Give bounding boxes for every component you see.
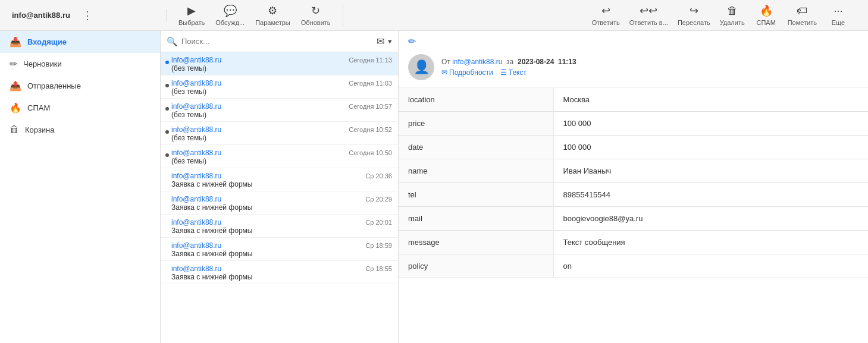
message-data-table: location Москва price 100 000 date 100 0… (399, 88, 868, 278)
table-row: message Текст сообщения (399, 231, 868, 254)
email-sender: info@antik88.ru (171, 195, 221, 203)
search-icon: 🔍 (167, 36, 178, 47)
more-icon: ··· (833, 5, 842, 17)
sidebar-item-inbox[interactable]: 📥 Входящие (0, 31, 160, 53)
toolbar-center: ▶ Выбрать 💬 Обсужд... ⚙ Параметры ↻ Обно… (167, 4, 343, 26)
email-time: Ср 20:29 (365, 196, 392, 203)
detail-header: 👤 От info@antik88.ru за 2023-08-24 11:13… (399, 47, 868, 88)
reply-all-button[interactable]: ↩↩ Ответить в... (629, 4, 668, 26)
sidebar-item-drafts[interactable]: ✏ Черновики (0, 53, 160, 75)
select-icon: ▶ (187, 4, 196, 17)
table-value: 100 000 (553, 136, 868, 159)
email-list-item[interactable]: info@antik88.ru Ср 18:59 Заявка с нижней… (161, 238, 398, 261)
discuss-icon: 💬 (224, 4, 237, 17)
email-subject: (без темы) (171, 64, 392, 73)
search-bar: 🔍 ✉ ▾ (161, 31, 398, 52)
sidebar-item-spam[interactable]: 🔥 СПАМ (0, 97, 160, 119)
email-subject: Заявка с нижней формы (171, 226, 392, 235)
email-time: Ср 20:36 (365, 172, 392, 180)
filter-mail-icon[interactable]: ✉ (377, 36, 384, 47)
select-button[interactable]: ▶ Выбрать (178, 4, 205, 26)
email-list-item[interactable]: info@antik88.ru Сегодня 10:50 (без темы) (161, 145, 398, 168)
sidebar-item-trash[interactable]: 🗑 Корзина (0, 119, 160, 140)
toolbar-right: ↩ Ответить ↩↩ Ответить в... ↪ Переслать … (580, 4, 862, 26)
email-list-item[interactable]: info@antik88.ru Сегодня 10:52 (без темы) (161, 122, 398, 145)
details-link[interactable]: ✉ Подробности (441, 68, 493, 77)
email-list-item[interactable]: info@antik88.ru Сегодня 11:13 (без темы) (161, 52, 398, 75)
email-detail: ✏ 👤 От info@antik88.ru за 2023-08-24 11:… (399, 31, 868, 343)
sidebar-item-sent[interactable]: 📤 Отправленные (0, 75, 160, 97)
email-sender: info@antik88.ru (171, 172, 221, 180)
email-list-item[interactable]: info@antik88.ru Сегодня 11:03 (без темы) (161, 75, 398, 99)
email-sender: info@antik88.ru (171, 79, 221, 87)
delete-button[interactable]: 🗑 Удалить (720, 5, 745, 26)
email-list-panel: 🔍 ✉ ▾ info@antik88.ru Сегодня 11:13 (без… (161, 31, 399, 343)
table-row: location Москва (399, 88, 868, 112)
forward-button[interactable]: ↪ Переслать (678, 4, 710, 26)
spam-icon: 🔥 (760, 4, 773, 17)
table-key: message (399, 231, 553, 254)
email-list-item[interactable]: info@antik88.ru Ср 20:29 Заявка с нижней… (161, 191, 398, 215)
email-list-item[interactable]: info@antik88.ru Сегодня 10:57 (без темы) (161, 99, 398, 122)
table-key: price (399, 112, 553, 136)
detail-edit-row: ✏ (399, 31, 868, 47)
email-time: Сегодня 11:03 (349, 80, 392, 87)
discuss-button[interactable]: 💬 Обсужд... (215, 4, 245, 26)
inbox-icon: 📥 (10, 36, 21, 48)
email-list-item[interactable]: info@antik88.ru Ср 20:36 Заявка с нижней… (161, 168, 398, 191)
delete-icon: 🗑 (727, 5, 738, 17)
from-email-link[interactable]: info@antik88.ru (452, 58, 502, 66)
account-menu-button[interactable]: ⋮ (82, 9, 93, 22)
edit-icon[interactable]: ✏ (408, 36, 416, 47)
table-row: policy on (399, 254, 868, 278)
table-value: Текст сообщения (553, 231, 868, 254)
refresh-icon: ↻ (311, 4, 320, 17)
email-subject: (без темы) (171, 134, 392, 142)
email-time: Ср 18:59 (365, 242, 392, 249)
table-key: policy (399, 254, 553, 278)
email-subject: Заявка с нижней формы (171, 273, 392, 281)
sent-icon: 📤 (10, 80, 21, 92)
params-icon: ⚙ (268, 4, 277, 17)
account-email: info@antik88.ru (12, 11, 70, 20)
detail-links: ✉ Подробности ☰ Текст (441, 68, 576, 77)
table-key: location (399, 88, 553, 112)
table-value[interactable]: on (553, 254, 868, 278)
table-row: price 100 000 (399, 112, 868, 136)
email-time: 11:13 (558, 58, 576, 66)
table-row: mail boogievoogie88@ya.ru (399, 207, 868, 231)
table-key: date (399, 136, 553, 159)
reply-button[interactable]: ↩ Ответить (592, 4, 620, 26)
chevron-down-icon[interactable]: ▾ (388, 37, 392, 46)
email-list-item[interactable]: info@antik88.ru Ср 20:01 Заявка с нижней… (161, 215, 398, 238)
text-link[interactable]: ☰ Текст (500, 68, 527, 77)
sidebar: 📥 Входящие ✏ Черновики 📤 Отправленные 🔥 … (0, 31, 161, 343)
refresh-button[interactable]: ↻ Обновить (301, 4, 331, 26)
table-value: 89855415544 (553, 183, 868, 207)
table-value: 100 000 (553, 112, 868, 136)
email-sender: info@antik88.ru (171, 102, 221, 111)
spam-button[interactable]: 🔥 СПАМ (754, 4, 778, 26)
sidebar-spam-icon: 🔥 (10, 102, 21, 114)
email-list-item[interactable]: info@antik88.ru Ср 18:55 Заявка с нижней… (161, 261, 398, 284)
email-sender: info@antik88.ru (171, 149, 221, 157)
from-line: От info@antik88.ru за 2023-08-24 11:13 (441, 58, 576, 66)
mark-icon: 🏷 (797, 5, 807, 17)
toolbar-left: info@antik88.ru ⋮ (6, 9, 167, 22)
email-time: Ср 18:55 (365, 265, 392, 272)
params-button[interactable]: ⚙ Параметры (255, 4, 290, 26)
drafts-icon: ✏ (10, 58, 17, 70)
email-sender: info@antik88.ru (171, 241, 221, 250)
email-time: Сегодня 11:13 (349, 56, 392, 64)
email-time: Сегодня 10:50 (349, 149, 392, 156)
main-toolbar: info@antik88.ru ⋮ ▶ Выбрать 💬 Обсужд... … (0, 0, 868, 31)
avatar: 👤 (408, 54, 434, 80)
email-sender: info@antik88.ru (171, 56, 221, 64)
email-subject: (без темы) (171, 87, 392, 96)
search-input[interactable] (181, 37, 373, 46)
email-subject: (без темы) (171, 157, 392, 165)
more-button[interactable]: ··· Еще (826, 5, 850, 26)
mark-button[interactable]: 🏷 Пометить (788, 5, 817, 26)
email-sender: info@antik88.ru (171, 125, 221, 134)
email-date: 2023-08-24 (518, 58, 554, 66)
